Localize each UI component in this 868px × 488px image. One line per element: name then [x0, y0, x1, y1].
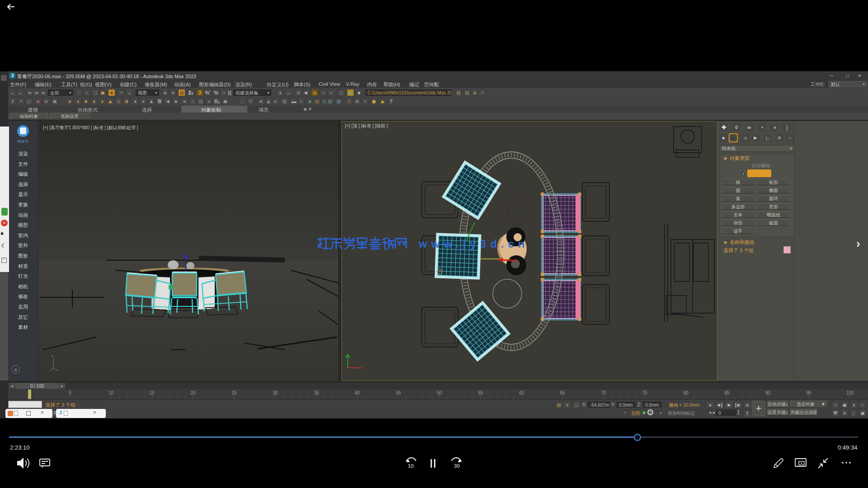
svg-text:10: 10: [408, 463, 414, 469]
svg-text:30: 30: [454, 463, 460, 469]
